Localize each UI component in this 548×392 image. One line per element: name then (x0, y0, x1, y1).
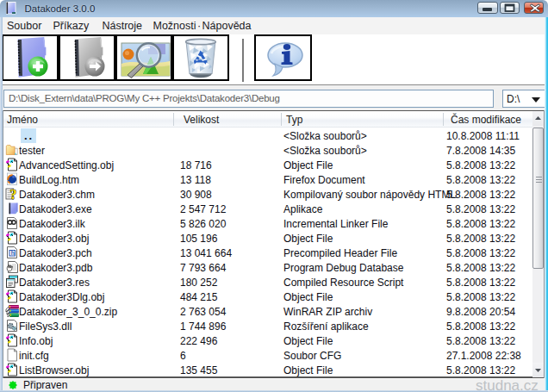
svg-text:?: ? (10, 187, 17, 201)
svg-text:h: h (11, 250, 15, 256)
